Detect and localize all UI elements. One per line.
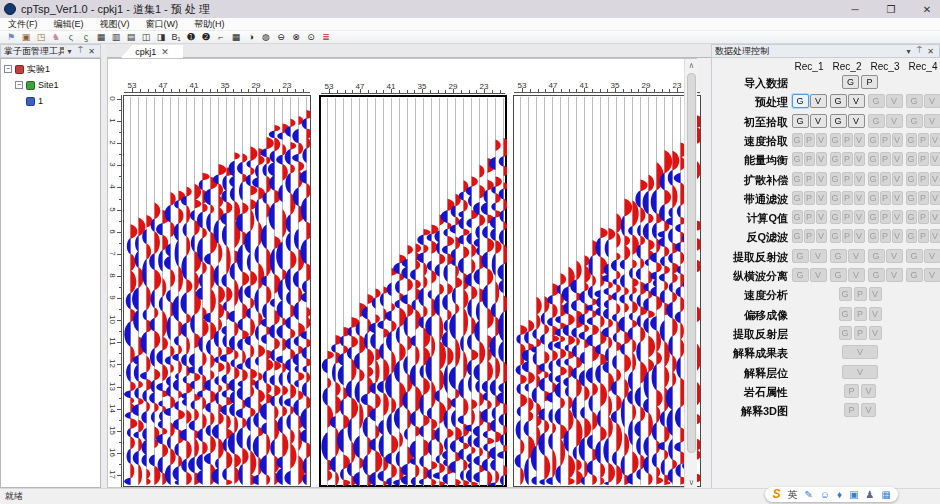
menu-item-0[interactable]: 文件(F) xyxy=(0,18,46,31)
process-label-10: 纵横波分离 xyxy=(714,269,788,284)
toolbox-icon[interactable]: ▦ xyxy=(882,487,891,502)
minus-circle-icon[interactable]: ⊖ xyxy=(274,31,288,43)
mic-icon[interactable]: ♦ xyxy=(837,487,842,502)
btn-g-row7-rec1: G xyxy=(792,210,803,224)
skin-icon[interactable]: ♟ xyxy=(866,487,875,502)
btn-p-row6-rec3: P xyxy=(880,191,891,205)
left-dock-title: 掌子面管理工具 xyxy=(4,45,64,58)
split-icon[interactable]: ◫ xyxy=(139,31,153,43)
btn-v-row5-rec1: V xyxy=(816,172,827,186)
seismic-canvas[interactable] xyxy=(514,96,700,486)
menu-item-1[interactable]: 编辑(E) xyxy=(46,18,92,31)
btn-g-row2-rec1[interactable]: G xyxy=(792,114,809,128)
offset-tick xyxy=(217,89,218,92)
tree-item-Site1[interactable]: −Site1 xyxy=(15,78,59,92)
curve-s-dots-icon[interactable]: ϛ xyxy=(79,31,93,43)
b1-icon[interactable]: B₁ xyxy=(169,31,183,43)
horse-icon[interactable]: ♞ xyxy=(49,31,63,43)
half-circle-icon[interactable]: ◑ xyxy=(244,31,258,43)
brush-icon[interactable]: ✎ xyxy=(804,487,812,502)
stack-icon[interactable]: ◨ xyxy=(154,31,168,43)
scroll-up-icon[interactable]: ∧ xyxy=(685,59,698,72)
emoji-icon[interactable]: ☺ xyxy=(820,487,830,502)
seismic-panel-y[interactable]: 534741352923 xyxy=(319,95,507,487)
btn-v-row3-rec2: V xyxy=(854,133,865,147)
tree-item-1[interactable]: 1 xyxy=(26,94,43,108)
pin-icon[interactable]: ⍑ xyxy=(914,46,925,56)
btn-g-row0[interactable]: G xyxy=(842,75,859,89)
tree-expand-icon[interactable]: − xyxy=(15,81,23,89)
chevron-down-icon[interactable]: ▾ xyxy=(903,47,914,56)
circle-1-icon[interactable]: ➊ xyxy=(184,31,198,43)
close-button[interactable]: ✕ xyxy=(920,4,934,15)
btn-g-row10-rec2: G xyxy=(830,268,847,282)
pick-icon[interactable]: ▥ xyxy=(109,31,123,43)
btn-p-row0[interactable]: P xyxy=(861,75,878,89)
app-icon xyxy=(4,3,16,15)
btn-v-row11: V xyxy=(869,287,882,301)
btn-v-row2-rec1[interactable]: V xyxy=(810,114,827,128)
offset-tick xyxy=(303,89,304,92)
offset-tick xyxy=(561,89,562,92)
offset-tick xyxy=(210,89,211,92)
tab-cpkj1[interactable]: cpkj1 ✕ xyxy=(121,45,183,58)
vertical-scrollbar[interactable]: ∧∨ xyxy=(684,59,697,489)
close-icon[interactable]: ✕ xyxy=(86,47,97,56)
btn-v-row1-rec1[interactable]: V xyxy=(810,94,827,108)
restore-button[interactable]: ❐ xyxy=(884,4,898,15)
seismic-canvas[interactable] xyxy=(321,97,507,487)
offset-tick xyxy=(272,89,273,92)
list-red-icon[interactable]: ≣ xyxy=(319,31,333,43)
menu-item-3[interactable]: 窗口(W) xyxy=(138,18,187,31)
btn-g-row1-rec2[interactable]: G xyxy=(830,94,847,108)
seismic-canvas[interactable] xyxy=(124,96,310,486)
btn-v-row1-rec2[interactable]: V xyxy=(848,94,865,108)
circle-2-icon[interactable]: ➋ xyxy=(199,31,213,43)
dotted-circle-icon[interactable]: ◍ xyxy=(259,31,273,43)
seismic-panel-z[interactable]: 534741352923 xyxy=(513,95,701,487)
briefcase-icon[interactable]: ▣ xyxy=(19,31,33,43)
dot-circle-icon[interactable]: ⊙ xyxy=(304,31,318,43)
menu-item-2[interactable]: 视图(V) xyxy=(92,18,138,31)
cabinet-icon[interactable]: ▦ xyxy=(229,31,243,43)
screenshot-icon[interactable]: ▣ xyxy=(849,487,858,502)
btn-g-row3-rec3: G xyxy=(868,133,879,147)
btn-v-row6-rec3: V xyxy=(892,191,903,205)
menu-item-4[interactable]: 帮助(H) xyxy=(186,18,233,31)
process-label-14: 解释成果表 xyxy=(714,346,788,361)
btn-g-row2-rec2[interactable]: G xyxy=(830,114,847,128)
seismic-panel-x[interactable]: 534741352923 xyxy=(123,95,311,487)
hook-icon[interactable]: ⌐ xyxy=(214,31,228,43)
btn-g-row1-rec1[interactable]: G xyxy=(792,94,809,108)
btn-v-row7-rec3: V xyxy=(892,210,903,224)
left-dock-header[interactable]: 掌子面管理工具 ▾⍑✕ xyxy=(0,44,101,58)
btn-v-row5-rec2: V xyxy=(854,172,865,186)
offset-tick xyxy=(631,89,632,92)
btn-g-row8-rec4: G xyxy=(906,229,917,243)
folder-open-icon[interactable]: ◳ xyxy=(34,31,48,43)
btn-v-row16: V xyxy=(861,384,876,398)
chevron-down-icon[interactable]: ▾ xyxy=(64,47,75,56)
tree-expand-icon[interactable]: − xyxy=(4,65,12,73)
gather-icon[interactable]: ▦ xyxy=(94,31,108,43)
flag-icon[interactable]: ⚑ xyxy=(4,31,18,43)
minimize-button[interactable]: ─ xyxy=(848,4,862,15)
lang-indicator[interactable]: 英 xyxy=(787,487,797,502)
pin-icon[interactable]: ⍑ xyxy=(75,46,86,56)
offset-tick xyxy=(352,90,353,93)
right-dock-header[interactable]: 数据处理控制 ▾⍑✕ xyxy=(711,44,940,58)
btn-v-row2-rec2[interactable]: V xyxy=(848,114,865,128)
sogou-logo[interactable]: S xyxy=(772,487,780,502)
tab-close-icon[interactable]: ✕ xyxy=(161,47,169,57)
column-header-rec_1: Rec_1 xyxy=(795,61,824,72)
cross-circle-icon[interactable]: ⊗ xyxy=(289,31,303,43)
filter-icon[interactable]: ▤ xyxy=(124,31,138,43)
offset-tick xyxy=(615,88,616,92)
curve-s-icon[interactable]: ς xyxy=(64,31,78,43)
process-label-12: 偏移成像 xyxy=(714,308,788,323)
close-icon[interactable]: ✕ xyxy=(925,47,936,56)
scroll-thumb[interactable] xyxy=(687,73,696,453)
tree-item-实验1[interactable]: −实验1 xyxy=(4,62,50,76)
offset-tick xyxy=(171,89,172,92)
column-header-rec_3: Rec_3 xyxy=(871,61,900,72)
